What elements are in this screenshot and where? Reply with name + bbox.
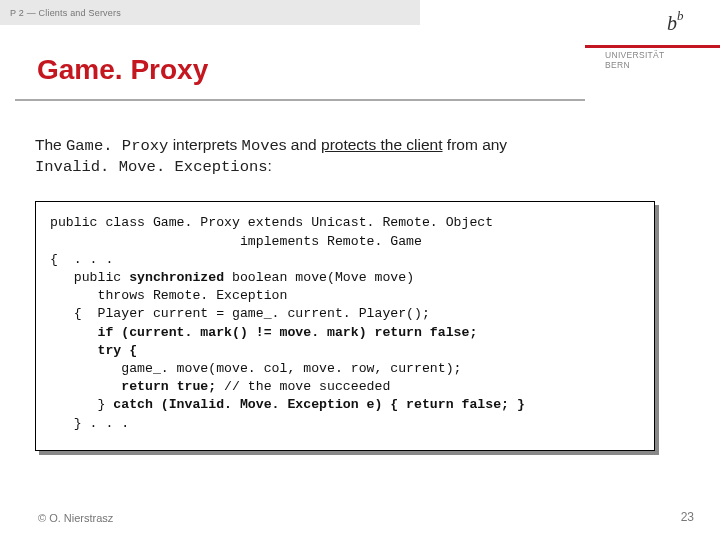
logo-letter: bb xyxy=(667,5,684,37)
logo-text: UNIVERSITÄTBERN xyxy=(605,50,665,70)
logo-band xyxy=(585,45,720,48)
code-block: public class Game. Proxy extends Unicast… xyxy=(35,201,690,451)
university-logo: bb UNIVERSITÄTBERN xyxy=(585,0,720,108)
page-title: Game. Proxy xyxy=(37,54,208,86)
code-box: public class Game. Proxy extends Unicast… xyxy=(35,201,655,451)
breadcrumb: P 2 — Clients and Servers xyxy=(10,8,121,18)
intro-text: The Game. Proxy interprets Moves and pro… xyxy=(35,135,690,177)
title-bar: Game. Proxy xyxy=(15,41,585,101)
footer-copyright: © O. Nierstrasz xyxy=(38,512,113,524)
content: The Game. Proxy interprets Moves and pro… xyxy=(35,135,690,451)
page-number: 23 xyxy=(681,510,694,524)
code-text: public class Game. Proxy extends Unicast… xyxy=(50,214,640,433)
header-strip: P 2 — Clients and Servers xyxy=(0,0,420,25)
